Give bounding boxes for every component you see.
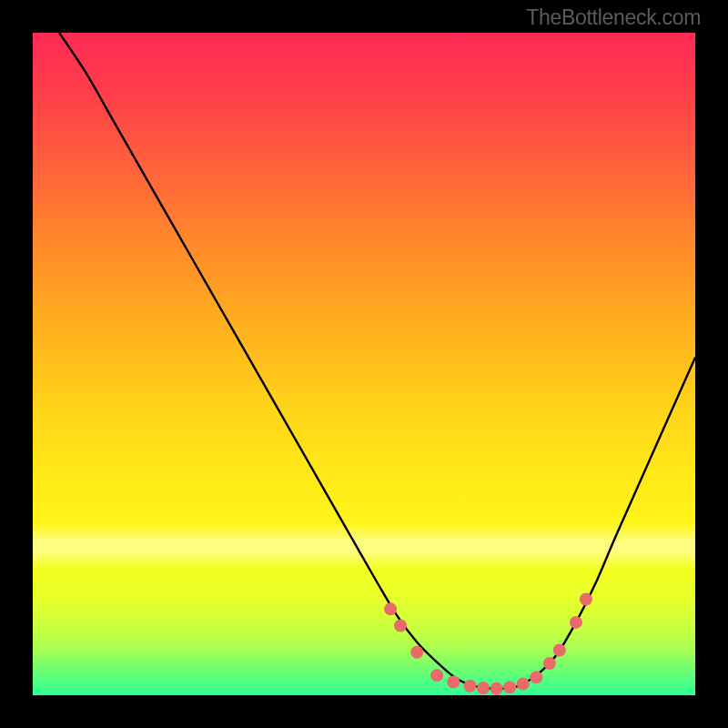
plot-area (33, 33, 695, 695)
data-marker (463, 680, 476, 693)
watermark-text: TheBottleneck.com (526, 5, 701, 30)
data-marker (570, 616, 582, 629)
chart-svg (33, 33, 695, 695)
data-marker (410, 646, 423, 659)
data-marker (580, 592, 592, 605)
data-marker (490, 682, 503, 695)
data-marker (430, 669, 443, 682)
curve-line (59, 33, 695, 689)
data-marker (553, 643, 566, 656)
data-marker (384, 602, 397, 615)
data-marker (530, 671, 542, 683)
data-marker (394, 620, 407, 632)
data-marker (543, 657, 556, 670)
data-marker (477, 682, 490, 694)
data-marker (503, 681, 516, 693)
chart-frame: TheBottleneck.com (0, 0, 728, 728)
data-marker (517, 678, 530, 691)
data-marker (447, 675, 460, 688)
